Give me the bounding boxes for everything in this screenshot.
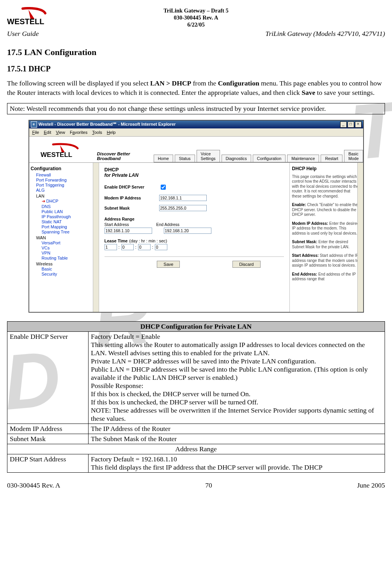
nav-lan[interactable]: LAN: [36, 194, 97, 198]
nav-wan[interactable]: WAN: [36, 235, 97, 240]
enable-label: Enable DHCP Server: [105, 185, 159, 189]
nav-security[interactable]: Security: [42, 272, 97, 276]
nav-spanning-tree[interactable]: Spanning Tree: [42, 230, 97, 234]
minimize-button[interactable]: _: [340, 121, 347, 128]
page-westell-logo: WESTELL: [31, 139, 97, 162]
user-guide-label: User Guide: [7, 30, 39, 38]
ip-input[interactable]: [159, 195, 207, 201]
intro-paragraph: The following screen will be displayed i…: [7, 79, 385, 97]
row2-label: Modem IP Address: [7, 424, 89, 434]
ie-menubar: File Edit View Favorites Tools Help: [29, 128, 363, 137]
nav-firewall[interactable]: Firewall: [36, 173, 97, 177]
row4-text: Factory Default = 192.168.1.10 This fiel…: [89, 454, 385, 472]
help-p1: This page contains the settings which co…: [292, 174, 361, 199]
nav-vpn[interactable]: VPN: [42, 251, 97, 255]
nav-vcs[interactable]: VCs: [42, 246, 97, 250]
ie-icon: e: [31, 121, 37, 128]
discard-button[interactable]: Discard: [232, 261, 260, 268]
section-17-5-1: 17.5.1 DHCP: [7, 64, 385, 73]
nav-port-mapping[interactable]: Port Mapping: [42, 224, 97, 229]
westell-logo: WESTELL: [7, 7, 60, 26]
subheader-address-range: Address Range: [7, 444, 385, 454]
ie-titlebar: e Westell - Discover Better Broadband℠ -…: [29, 121, 363, 128]
footer-right: June 2005: [357, 481, 385, 489]
tab-maintenance[interactable]: Maintenance: [287, 155, 319, 162]
menu-tools[interactable]: Tools: [92, 130, 102, 135]
nav-dns[interactable]: DNS: [42, 204, 97, 209]
row3-text: The Subnet Mask of the Router: [89, 434, 385, 444]
left-scrollbar[interactable]: [93, 163, 99, 312]
range-label: Address Range: [105, 217, 159, 221]
tab-home[interactable]: Home: [154, 155, 173, 162]
nav-ip-passthrough[interactable]: IP Passthrough: [42, 214, 97, 219]
models-label: TriLink Gateway (Models 427V10, 427V11): [266, 30, 385, 38]
nav-public-lan[interactable]: Public LAN: [42, 209, 97, 214]
nav-routing-table[interactable]: Routing Table: [42, 256, 97, 260]
note-box: Note: Westell recommends that you do not…: [7, 103, 385, 114]
tab-status[interactable]: Status: [175, 155, 195, 162]
lease-label: Lease Time: [105, 238, 128, 243]
tab-diagnostics[interactable]: Diagnostics: [222, 155, 251, 162]
config-table: DHCP Configuration for Private LAN Enabl…: [7, 321, 385, 473]
help-title: DHCP Help: [292, 166, 361, 171]
nav-alg[interactable]: ALG: [36, 188, 97, 192]
menu-file[interactable]: File: [32, 130, 39, 135]
nav-basic[interactable]: Basic: [42, 267, 97, 271]
enable-checkbox[interactable]: [161, 185, 166, 190]
nav-config-header: Configuration: [31, 166, 97, 171]
section-17-5: 17.5 LAN Configuration: [7, 47, 385, 57]
tab-voice[interactable]: Voice Settings: [197, 150, 220, 162]
nav-versaport[interactable]: VersaPort: [42, 240, 97, 245]
save-button[interactable]: Save: [157, 261, 180, 268]
start-label: Start Address: [105, 222, 129, 227]
close-button[interactable]: ×: [355, 121, 362, 128]
doc-header: WESTELL TriLink Gateway – Draft 5 030-30…: [7, 7, 385, 28]
left-nav: Configuration Firewall Port Forwarding P…: [29, 163, 99, 312]
footer-center: 70: [205, 481, 212, 489]
tagline: Discover Better Broadband: [97, 151, 151, 161]
center-pane: DHCP for Private LAN Enable DHCP Server …: [99, 163, 289, 312]
footer-left: 030-300445 Rev. A: [7, 481, 60, 489]
lease-min[interactable]: [138, 244, 151, 250]
row1-label: Enable DHCP Server: [7, 331, 89, 424]
nav-wireless[interactable]: Wireless: [36, 262, 97, 266]
mask-label: Subnet Mask: [105, 206, 159, 210]
start-input[interactable]: [105, 228, 152, 234]
tab-basic-mode[interactable]: Basic Mode: [344, 150, 363, 162]
menu-edit[interactable]: Edit: [44, 130, 51, 135]
tab-configuration[interactable]: Configuration: [253, 155, 286, 162]
mask-input[interactable]: [159, 205, 207, 211]
nav-port-forwarding[interactable]: Port Forwarding: [36, 178, 97, 182]
header-line3: 6/22/05: [60, 21, 332, 28]
tabs-row: Home Status Voice Settings Diagnostics C…: [154, 150, 363, 162]
row1-text: Factory Default = Enable This setting al…: [89, 331, 385, 424]
ie-title: Westell - Discover Better Broadband℠ - M…: [39, 122, 340, 127]
help-p5: Start Address: Start address of the IP a…: [292, 253, 361, 268]
form-heading: DHCP for Private LAN: [105, 167, 284, 178]
lease-sec[interactable]: [155, 244, 167, 250]
header-line2: 030-300445 Rev. A: [60, 14, 332, 21]
lease-hr[interactable]: [121, 244, 134, 250]
nav-port-triggering[interactable]: Port Triggering: [36, 183, 97, 187]
menu-favorites[interactable]: Favorites: [70, 130, 87, 135]
help-p2: Enable: Check "Enable" to enable the DHC…: [292, 203, 361, 217]
arrow-icon: ➔: [42, 199, 45, 203]
svg-text:WESTELL: WESTELL: [41, 151, 72, 158]
maximize-button[interactable]: □: [348, 121, 354, 128]
tab-restart[interactable]: Restart: [321, 155, 342, 162]
menu-view[interactable]: View: [56, 130, 65, 135]
nav-static-nat[interactable]: Static NAT: [42, 219, 97, 224]
nav-dhcp[interactable]: ➔DHCP: [42, 199, 97, 204]
lease-units: (day : hr : min : sec): [129, 238, 167, 243]
help-p6: End Address: End address of the IP addre…: [292, 272, 361, 282]
svg-text:WESTELL: WESTELL: [7, 17, 44, 26]
row2-text: The IP Address of the Router: [89, 424, 385, 434]
end-label: End Address: [156, 222, 180, 227]
row3-label: Subnet Mask: [7, 434, 89, 444]
end-input[interactable]: [164, 228, 211, 234]
menu-help[interactable]: Help: [107, 130, 116, 135]
ip-label: Modem IP Address: [105, 196, 159, 200]
lease-day[interactable]: [105, 244, 117, 250]
help-scrollbar[interactable]: [357, 163, 363, 312]
header-line1: TriLink Gateway – Draft 5: [60, 7, 332, 14]
